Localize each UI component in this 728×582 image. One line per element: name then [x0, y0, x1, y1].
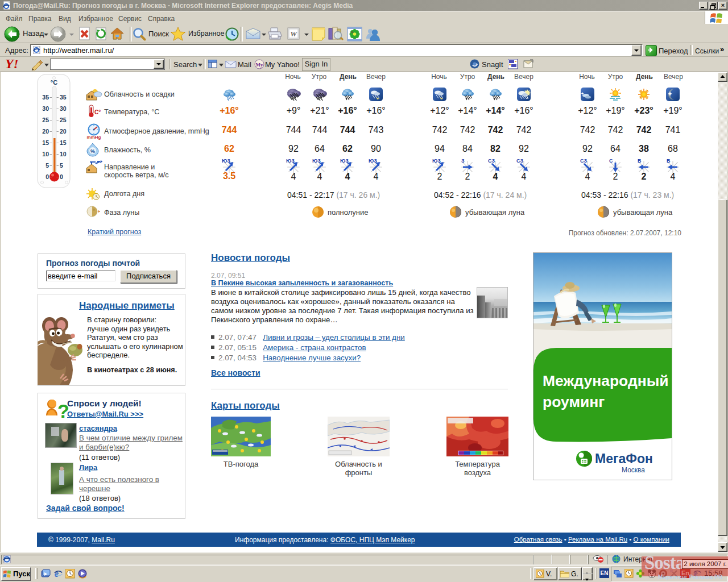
svg-text:30: 30 — [60, 105, 67, 112]
svg-text:%: % — [90, 148, 95, 154]
svg-text:15: 15 — [42, 139, 49, 146]
svg-text:15: 15 — [60, 139, 67, 146]
svg-text:10: 10 — [42, 151, 49, 157]
svg-text:Международный: Международный — [543, 372, 669, 389]
svg-text:роуминг: роуминг — [543, 393, 605, 410]
svg-text:10: 10 — [60, 151, 67, 157]
svg-text:МегаФон: МегаФон — [595, 451, 653, 466]
svg-text:25: 25 — [60, 117, 67, 123]
svg-text:35: 35 — [60, 94, 67, 101]
svg-text:°C: °C — [51, 79, 57, 86]
svg-text:C°: C° — [94, 109, 101, 115]
svg-text:My: My — [256, 62, 263, 68]
svg-text:25: 25 — [42, 117, 49, 123]
svg-text:20: 20 — [60, 128, 67, 135]
svg-text:W: W — [290, 30, 297, 38]
svg-text:5: 5 — [60, 162, 63, 169]
svg-text:20: 20 — [42, 128, 49, 135]
svg-text:mmHg: mmHg — [87, 135, 101, 140]
svg-text:0: 0 — [46, 173, 49, 180]
svg-text:35: 35 — [42, 94, 49, 101]
svg-text:Москва: Москва — [622, 466, 645, 474]
svg-text:30: 30 — [42, 105, 49, 112]
svg-text:5: 5 — [46, 162, 49, 169]
svg-text:0: 0 — [60, 173, 63, 180]
